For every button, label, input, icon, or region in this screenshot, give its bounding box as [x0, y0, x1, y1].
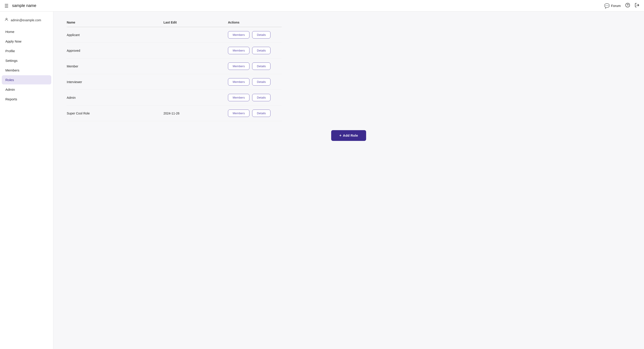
sidebar-item-members[interactable]: Members [2, 66, 51, 75]
col-last-edit: Last Edit [164, 21, 228, 27]
role-actions: MembersDetails [228, 106, 282, 121]
sidebar-item-roles[interactable]: Roles [2, 75, 51, 85]
role-name: Interviewer [67, 74, 164, 90]
role-last-edit [164, 90, 228, 106]
role-last-edit: 2024-11-26 [164, 106, 228, 121]
role-actions: MembersDetails [228, 27, 282, 43]
sidebar-item-home[interactable]: Home [2, 27, 51, 36]
role-last-edit [164, 74, 228, 90]
role-last-edit [164, 43, 228, 59]
details-button[interactable]: Details [252, 31, 270, 39]
role-name: Super Cool Role [67, 106, 164, 121]
user-icon [4, 18, 8, 23]
members-button[interactable]: Members [228, 63, 250, 70]
forum-link[interactable]: 💬 Forum [604, 3, 621, 9]
role-name: Applicant [67, 27, 164, 43]
forum-icon: 💬 [604, 3, 610, 9]
details-button[interactable]: Details [252, 78, 270, 86]
role-name: Member [67, 59, 164, 74]
members-button[interactable]: Members [228, 47, 250, 54]
add-role-label: Add Role [343, 134, 358, 137]
sidebar-user-email: admin@example.com [11, 18, 41, 22]
main-layout: admin@example.com Home Apply Now Profile… [0, 12, 644, 349]
table-row: InterviewerMembersDetails [67, 74, 282, 90]
table-row: MemberMembersDetails [67, 59, 282, 74]
sidebar-item-reports[interactable]: Reports [2, 95, 51, 104]
hamburger-icon[interactable]: ☰ [4, 3, 8, 9]
app-header: ☰ sample name 💬 Forum [0, 0, 644, 12]
sidebar-nav: Home Apply Now Profile Settings Members … [0, 27, 53, 104]
members-button[interactable]: Members [228, 110, 250, 117]
members-button[interactable]: Members [228, 94, 250, 101]
col-name: Name [67, 21, 164, 27]
table-row: ApprovedMembersDetails [67, 43, 282, 59]
logout-icon[interactable] [634, 3, 640, 9]
forum-label: Forum [611, 4, 621, 8]
details-button[interactable]: Details [252, 94, 270, 101]
add-role-button[interactable]: +Add Role [331, 130, 366, 141]
header-left: ☰ sample name [4, 3, 36, 9]
sidebar-item-settings[interactable]: Settings [2, 56, 51, 65]
members-button[interactable]: Members [228, 31, 250, 39]
details-button[interactable]: Details [252, 110, 270, 117]
table-row: ApplicantMembersDetails [67, 27, 282, 43]
sidebar-item-profile[interactable]: Profile [2, 46, 51, 56]
role-actions: MembersDetails [228, 74, 282, 90]
role-name: Admin [67, 90, 164, 106]
sidebar-item-apply-now[interactable]: Apply Now [2, 37, 51, 46]
sidebar-item-admin[interactable]: Admin [2, 85, 51, 94]
members-button[interactable]: Members [228, 78, 250, 86]
col-actions: Actions [228, 21, 282, 27]
app-title: sample name [12, 3, 36, 8]
svg-point-3 [6, 18, 7, 20]
roles-table: Name Last Edit Actions ApplicantMembersD… [67, 21, 282, 121]
details-button[interactable]: Details [252, 47, 270, 54]
sidebar: admin@example.com Home Apply Now Profile… [0, 12, 53, 349]
table-row: AdminMembersDetails [67, 90, 282, 106]
role-actions: MembersDetails [228, 59, 282, 74]
role-last-edit [164, 59, 228, 74]
header-right: 💬 Forum [604, 3, 640, 9]
table-row: Super Cool Role2024-11-26MembersDetails [67, 106, 282, 121]
sidebar-user: admin@example.com [0, 15, 53, 27]
role-last-edit [164, 27, 228, 43]
details-button[interactable]: Details [252, 63, 270, 70]
role-name: Approved [67, 43, 164, 59]
plus-icon: + [339, 133, 342, 138]
role-actions: MembersDetails [228, 43, 282, 59]
help-icon[interactable] [625, 3, 630, 9]
main-content: Name Last Edit Actions ApplicantMembersD… [53, 12, 644, 349]
role-actions: MembersDetails [228, 90, 282, 106]
